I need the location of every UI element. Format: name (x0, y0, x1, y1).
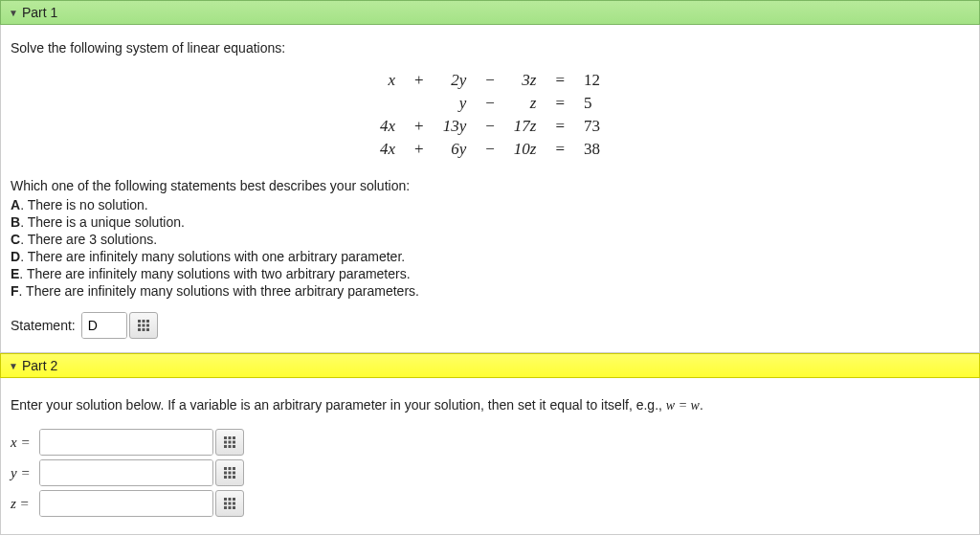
svg-rect-17 (233, 445, 235, 448)
choice-e: E. There are infinitely many solutions w… (11, 266, 969, 281)
y-input[interactable] (40, 460, 212, 485)
svg-rect-18 (224, 467, 227, 470)
svg-rect-10 (229, 436, 232, 439)
svg-rect-31 (229, 502, 232, 505)
keypad-icon (223, 497, 236, 510)
svg-rect-19 (229, 467, 232, 470)
part1-prompt: Solve the following system of linear equ… (11, 40, 969, 56)
svg-rect-32 (233, 502, 235, 505)
svg-rect-25 (229, 476, 232, 479)
part2-instructions: Enter your solution below. If a variable… (11, 397, 969, 413)
statement-row: Statement: (11, 312, 969, 339)
svg-rect-27 (224, 498, 227, 501)
svg-rect-6 (138, 328, 141, 331)
equation-row: y − z = 5 (370, 92, 610, 115)
var-label: y = (11, 465, 37, 481)
svg-rect-7 (142, 328, 145, 331)
svg-rect-1 (142, 320, 145, 323)
svg-rect-16 (229, 445, 232, 448)
choice-b: B. There is a unique solution. (11, 214, 969, 230)
svg-rect-5 (146, 324, 149, 327)
z-input[interactable] (40, 491, 212, 516)
choice-list: A. There is no solution. B. There is a u… (11, 197, 969, 299)
y-input-wrap (39, 459, 213, 486)
statement-input[interactable] (82, 313, 126, 338)
svg-rect-14 (233, 441, 235, 444)
choice-a: A. There is no solution. (11, 197, 969, 212)
svg-rect-22 (229, 472, 232, 475)
equation-row: 4x + 13y − 17z = 73 (370, 115, 610, 138)
svg-rect-11 (233, 436, 235, 439)
svg-rect-30 (224, 502, 227, 505)
svg-rect-26 (233, 476, 235, 479)
svg-rect-33 (224, 506, 227, 509)
statement-label: Statement: (11, 318, 76, 333)
svg-rect-23 (233, 472, 235, 475)
svg-rect-24 (224, 476, 227, 479)
equation-row: x + 2y − 3z = 12 (370, 69, 610, 92)
keypad-icon (137, 319, 150, 332)
svg-rect-13 (229, 441, 232, 444)
var-row-y: y = (11, 459, 969, 486)
svg-rect-3 (138, 324, 141, 327)
x-input[interactable] (40, 430, 212, 455)
svg-rect-15 (224, 445, 227, 448)
equation-system: x + 2y − 3z = 12 y − z = 5 4x + 13y − 17… (370, 69, 610, 161)
keypad-button[interactable] (129, 312, 158, 339)
svg-rect-8 (146, 328, 149, 331)
svg-rect-28 (229, 498, 232, 501)
equation-row: 4x + 6y − 10z = 38 (370, 138, 610, 161)
chevron-down-icon: ▼ (9, 361, 18, 371)
svg-rect-9 (224, 436, 227, 439)
svg-rect-2 (146, 320, 149, 323)
var-label: x = (11, 435, 37, 451)
choice-c: C. There are 3 solutions. (11, 232, 969, 247)
part1-title: Part 1 (22, 5, 57, 20)
part2-body: Enter your solution below. If a variable… (0, 378, 980, 535)
statement-input-wrap (81, 312, 127, 339)
part1-header[interactable]: ▼ Part 1 (0, 0, 980, 25)
keypad-button[interactable] (215, 490, 244, 517)
chevron-down-icon: ▼ (9, 8, 18, 18)
keypad-button[interactable] (215, 459, 244, 486)
var-label: z = (11, 496, 37, 512)
choice-d: D. There are infinitely many solutions w… (11, 249, 969, 264)
part2-header[interactable]: ▼ Part 2 (0, 353, 980, 378)
z-input-wrap (39, 490, 213, 517)
part1-question: Which one of the following statements be… (11, 178, 969, 193)
svg-rect-35 (233, 506, 235, 509)
svg-rect-34 (229, 506, 232, 509)
part2-title: Part 2 (22, 358, 57, 373)
part1-body: Solve the following system of linear equ… (0, 25, 980, 353)
choice-f: F. There are infinitely many solutions w… (11, 283, 969, 299)
svg-rect-12 (224, 441, 227, 444)
var-row-x: x = (11, 429, 969, 456)
keypad-icon (223, 435, 236, 449)
svg-rect-21 (224, 472, 227, 475)
keypad-button[interactable] (215, 429, 244, 456)
svg-rect-20 (233, 467, 235, 470)
var-row-z: z = (11, 490, 969, 517)
x-input-wrap (39, 429, 213, 456)
keypad-icon (223, 466, 236, 480)
svg-rect-4 (142, 324, 145, 327)
svg-rect-0 (138, 320, 141, 323)
svg-rect-29 (233, 498, 235, 501)
